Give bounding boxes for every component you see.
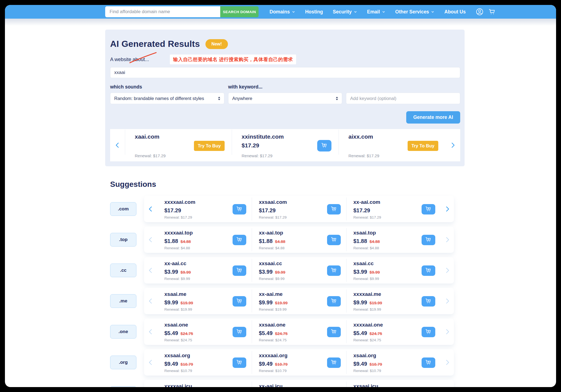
suggestion-item: xxsaai.cc $3.99 $9.99 Renewal: $9.99 — [252, 257, 346, 284]
nav-item-email[interactable]: Email — [367, 9, 385, 15]
renewal-price: Renewal: $9.99 — [259, 277, 327, 281]
add-to-cart-button[interactable] — [422, 265, 435, 276]
add-to-cart-button[interactable] — [233, 327, 246, 337]
price: $3.99 — [164, 269, 178, 275]
cart-icon — [488, 8, 496, 16]
nav-item-security[interactable]: Security — [333, 9, 357, 15]
row-next-button[interactable] — [441, 380, 454, 387]
add-to-cart-button[interactable] — [422, 204, 435, 214]
try-to-buy-button[interactable]: Try To Buy — [194, 141, 225, 151]
row-prev-button[interactable] — [144, 380, 157, 387]
carousel-prev-button[interactable] — [110, 129, 125, 161]
nav-item-label: Security — [333, 9, 352, 15]
add-to-cart-button[interactable] — [422, 296, 435, 307]
add-to-cart-button[interactable] — [327, 235, 341, 245]
old-price: $9.99 — [275, 270, 285, 274]
row-prev-button[interactable] — [144, 227, 157, 253]
suggestion-card: xxxxaai.com $17.29 Renewal: $17.29 xxsaa… — [144, 196, 454, 222]
add-to-cart-button[interactable] — [422, 357, 435, 368]
cart-plus-icon — [425, 298, 432, 305]
domain-name: xxsaai.org — [164, 353, 233, 359]
chevron-left-icon — [147, 298, 154, 304]
renewal-price: Renewal: $19.99 — [353, 307, 422, 311]
add-to-cart-button[interactable] — [233, 235, 246, 245]
chevron-left-icon — [147, 267, 154, 274]
add-to-cart-button[interactable] — [233, 296, 246, 307]
old-price: $19.99 — [181, 301, 193, 305]
price: $1.88 — [259, 238, 273, 244]
with-keyword-label: with keyword... — [228, 84, 342, 90]
row-next-button[interactable] — [441, 227, 454, 253]
row-prev-button[interactable] — [144, 196, 157, 222]
tld-chip: .top — [110, 233, 136, 247]
top-navbar: SEARCH DOMAIN Domains Hosting Security E… — [5, 5, 556, 19]
row-prev-button[interactable] — [144, 257, 157, 284]
add-to-cart-button[interactable] — [422, 327, 435, 337]
domain-search-group: SEARCH DOMAIN — [105, 6, 259, 17]
account-button[interactable] — [476, 8, 484, 16]
which-sounds-select[interactable]: Random: brandable names of different sty… — [110, 93, 224, 104]
select-updown-icon — [336, 97, 338, 100]
row-next-button[interactable] — [441, 257, 454, 284]
old-price: $4.88 — [181, 239, 191, 244]
renewal-price: Renewal: $9.99 — [164, 277, 233, 281]
row-next-button[interactable] — [441, 349, 454, 376]
add-to-cart-button[interactable] — [422, 235, 435, 245]
add-to-cart-button[interactable] — [233, 357, 246, 368]
suggestion-item: xxsaai.icu — [346, 380, 441, 387]
add-keyword-input[interactable] — [346, 93, 460, 104]
suggestion-item: xsaai.one $5.49 $24.75 Renewal: $24.75 — [157, 319, 252, 345]
nav-icons — [476, 8, 496, 16]
price: $17.29 — [259, 207, 276, 214]
nav-item-other-services[interactable]: Other Services — [395, 9, 435, 15]
domain-search-input[interactable] — [105, 6, 220, 17]
add-to-cart-button[interactable] — [327, 327, 341, 337]
cart-plus-icon — [425, 236, 432, 244]
chevron-left-icon — [147, 328, 154, 335]
try-to-buy-button[interactable]: Try To Buy — [408, 141, 438, 151]
renewal-price: Renewal: $4.88 — [164, 246, 233, 250]
tld-chip: .me — [110, 294, 136, 308]
suggestion-row: .com xxxxaai.com $17.29 Renewal: $17.29 … — [110, 196, 454, 222]
carousel-next-button[interactable] — [445, 129, 460, 161]
tld-chip: .cc — [110, 264, 136, 277]
search-domain-button[interactable]: SEARCH DOMAIN — [220, 6, 259, 17]
suggestion-row: .one xsaai.one $5.49 $24.75 Renewal: $24… — [110, 319, 454, 345]
renewal-price: Renewal: $17.29 — [348, 153, 404, 158]
suggestion-item: xx-aai.com $17.29 Renewal: $17.29 — [346, 196, 441, 222]
renewal-price: Renewal: $4.88 — [259, 246, 327, 250]
add-to-cart-button[interactable] — [327, 265, 341, 276]
chevron-down-icon — [382, 10, 385, 14]
add-to-cart-button[interactable] — [233, 204, 246, 214]
keyword-position-select[interactable]: Anywhere — [228, 93, 342, 104]
suggestion-item: xx-aai.me $9.99 $19.99 Renewal: $19.99 — [252, 288, 346, 314]
keyword-position-value: Anywhere — [232, 96, 252, 101]
domain-name: xxxxaai.org — [259, 353, 327, 359]
nav-item-hosting[interactable]: Hosting — [305, 9, 323, 15]
cart-plus-icon — [330, 236, 338, 244]
cart-plus-icon — [236, 206, 243, 213]
row-prev-button[interactable] — [144, 288, 157, 314]
domain-name: xxsaai.cc — [259, 261, 327, 267]
cart-button[interactable] — [488, 8, 496, 16]
add-to-cart-button[interactable] — [327, 296, 341, 307]
nav-item-domains[interactable]: Domains — [270, 9, 295, 15]
add-to-cart-button[interactable] — [327, 357, 341, 368]
row-next-button[interactable] — [441, 288, 454, 314]
generate-more-ai-button[interactable]: Generate more AI — [406, 111, 460, 124]
suggestion-item: xxsaai.com $17.29 Renewal: $17.29 — [252, 196, 346, 222]
row-next-button[interactable] — [441, 196, 454, 222]
nav-item-about-us[interactable]: About Us — [444, 9, 466, 15]
carousel-result-item: aixx.com Renewal: $17.29 Try To Buy — [339, 129, 445, 161]
row-prev-button[interactable] — [144, 349, 157, 376]
chevron-right-icon — [444, 298, 451, 304]
website-about-input[interactable] — [110, 67, 460, 78]
row-next-button[interactable] — [441, 319, 454, 345]
suggestion-row: .top xxxxaai.top $1.88 $4.88 Renewal: $4… — [110, 227, 454, 253]
row-prev-button[interactable] — [144, 319, 157, 345]
domain-name: xxsaai.one — [259, 322, 327, 328]
add-to-cart-button[interactable] — [233, 265, 246, 276]
nav-item-label: Hosting — [305, 9, 323, 15]
add-to-cart-button[interactable] — [327, 204, 341, 214]
add-to-cart-button[interactable] — [317, 140, 331, 151]
